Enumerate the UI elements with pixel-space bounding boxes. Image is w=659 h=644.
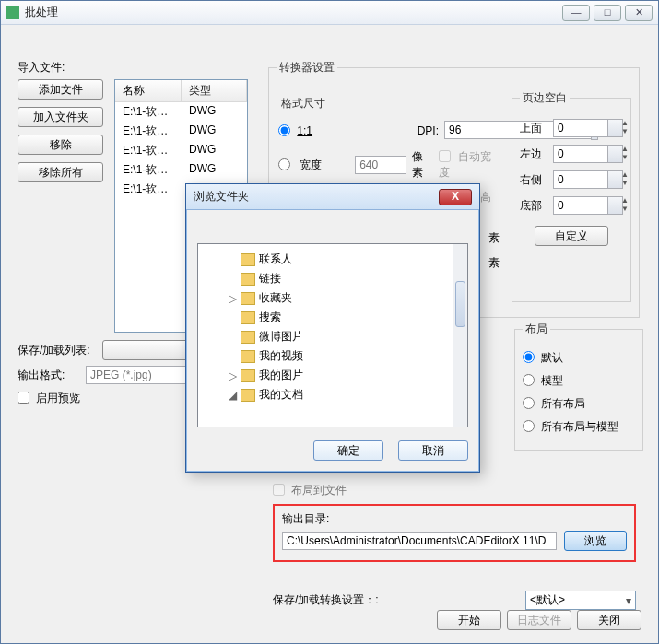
margin-top-input[interactable] xyxy=(553,119,608,137)
folder-icon xyxy=(241,369,255,382)
converter-title: 转换器设置 xyxy=(277,60,337,76)
format-size-label: 格式尺寸 xyxy=(278,96,500,111)
spinner-icon[interactable]: ▲▼ xyxy=(608,170,623,189)
margin-right-label: 右侧 xyxy=(520,172,553,188)
expand-icon[interactable]: ◢ xyxy=(228,389,237,402)
output-dir-label: 输出目录: xyxy=(282,511,627,527)
margin-top-label: 上面 xyxy=(520,121,553,136)
margin-left-input[interactable] xyxy=(553,145,608,163)
minimize-button[interactable]: — xyxy=(562,5,590,21)
scrollbar[interactable] xyxy=(453,244,467,427)
dialog-title: 浏览文件夹 xyxy=(194,189,439,205)
close-dialog-button[interactable]: 关闭 xyxy=(577,610,641,630)
cancel-button[interactable]: 取消 xyxy=(398,440,468,461)
auto-width-checkbox: 自动宽度 xyxy=(439,149,500,181)
remove-all-button[interactable]: 移除所有 xyxy=(18,162,103,182)
folder-icon xyxy=(241,273,255,286)
tree-label: 我的文档 xyxy=(259,387,303,403)
cell-name: E:\1-软文... xyxy=(115,102,182,122)
tree-item[interactable]: 联系人 xyxy=(202,250,464,269)
close-button[interactable]: ✕ xyxy=(625,5,653,21)
save-settings-combo[interactable]: <默认> ▾ xyxy=(525,591,636,610)
tree-label: 收藏夹 xyxy=(259,290,292,306)
tree-item[interactable]: 我的视频 xyxy=(202,346,464,366)
layout-to-file-checkbox[interactable]: 布局到文件 xyxy=(273,483,636,498)
cell-name: E:\1-软文... xyxy=(115,141,182,160)
layout-default-radio[interactable]: 默认 xyxy=(523,350,635,366)
tree-label: 链接 xyxy=(259,271,281,287)
table-row[interactable]: E:\1-软文...DWG xyxy=(115,141,247,160)
table-row[interactable]: E:\1-软文...DWG xyxy=(115,102,247,122)
cell-name: E:\1-软文... xyxy=(115,180,182,199)
folder-icon xyxy=(241,350,255,363)
tree-label: 我的图片 xyxy=(259,368,303,383)
start-button[interactable]: 开始 xyxy=(437,610,501,630)
browse-button[interactable]: 浏览 xyxy=(564,531,627,551)
tree-label: 我的视频 xyxy=(259,348,303,364)
cell-type: DWG xyxy=(182,141,247,160)
cell-type: DWG xyxy=(182,122,247,141)
cell-type: DWG xyxy=(182,160,247,180)
margin-left-label: 左边 xyxy=(520,146,553,162)
cell-name: E:\1-软文... xyxy=(115,122,182,141)
enable-preview-checkbox[interactable]: 启用预览 xyxy=(18,391,80,406)
tree-item[interactable]: ◢我的文档 xyxy=(202,385,464,404)
spinner-icon[interactable]: ▲▼ xyxy=(608,145,623,163)
maximize-button[interactable]: □ xyxy=(594,5,621,21)
margin-bottom-input[interactable] xyxy=(553,196,608,215)
add-folder-button[interactable]: 加入文件夹 xyxy=(18,107,103,127)
table-row[interactable]: E:\1-软文...DWG xyxy=(115,160,247,180)
margin-right-input[interactable] xyxy=(553,170,608,189)
import-label: 导入文件: xyxy=(18,60,248,76)
save-list-label: 保存/加载列表: xyxy=(18,343,102,358)
layout-allmodel-radio[interactable]: 所有布局与模型 xyxy=(523,419,635,435)
remove-button[interactable]: 移除 xyxy=(18,135,103,155)
spinner-icon[interactable]: ▲▼ xyxy=(608,196,623,215)
px-label: 像素 xyxy=(412,149,433,181)
folder-icon xyxy=(241,331,255,344)
dialog-close-button[interactable]: X xyxy=(439,189,472,205)
tree-label: 联系人 xyxy=(259,252,292,267)
out-format-label: 输出格式: xyxy=(18,368,86,383)
column-name[interactable]: 名称 xyxy=(115,80,182,101)
tree-item[interactable]: ▷我的图片 xyxy=(202,366,464,385)
folder-icon xyxy=(241,292,255,305)
size-custom-radio[interactable] xyxy=(278,158,290,170)
folder-icon xyxy=(241,311,255,324)
titlebar: 批处理 — □ ✕ xyxy=(1,1,658,25)
chevron-down-icon[interactable]: ▾ xyxy=(626,594,631,607)
layout-title: 布局 xyxy=(523,322,550,337)
expand-icon[interactable]: ▷ xyxy=(228,292,237,305)
spinner-icon[interactable]: ▲▼ xyxy=(608,119,623,137)
output-dir-highlight: 输出目录: 浏览 xyxy=(273,504,636,562)
add-file-button[interactable]: 添加文件 xyxy=(18,79,103,100)
custom-button[interactable]: 自定义 xyxy=(535,226,608,246)
save-settings-label: 保存/加载转换设置：: xyxy=(273,592,379,608)
ratio-1-1-radio[interactable]: 1:1 xyxy=(278,124,312,137)
margin-title: 页边空白 xyxy=(520,90,570,106)
tree-label: 搜索 xyxy=(259,310,281,325)
tree-item[interactable]: 搜索 xyxy=(202,308,464,327)
scroll-thumb[interactable] xyxy=(455,281,465,327)
tree-item[interactable]: 链接 xyxy=(202,269,464,288)
output-dir-input[interactable] xyxy=(282,532,557,550)
cell-type: DWG xyxy=(182,102,247,122)
table-row[interactable]: E:\1-软文...DWG xyxy=(115,122,247,141)
layout-all-radio[interactable]: 所有布局 xyxy=(523,396,635,412)
window-title: 批处理 xyxy=(25,5,562,20)
app-icon xyxy=(6,6,19,19)
tree-item[interactable]: 微博图片 xyxy=(202,327,464,346)
folder-icon xyxy=(241,253,255,266)
dpi-combo[interactable]: ▾ xyxy=(444,121,500,140)
width-label: 宽度 xyxy=(300,158,349,173)
folder-tree[interactable]: 联系人链接▷收藏夹搜索微博图片我的视频▷我的图片◢我的文档 xyxy=(197,243,468,427)
folder-icon xyxy=(241,389,255,402)
ok-button[interactable]: 确定 xyxy=(313,440,383,461)
expand-icon[interactable]: ▷ xyxy=(228,369,237,382)
browse-folder-dialog: 浏览文件夹 X 联系人链接▷收藏夹搜索微博图片我的视频▷我的图片◢我的文档 确定… xyxy=(185,183,480,473)
layout-model-radio[interactable]: 模型 xyxy=(523,373,635,389)
column-type[interactable]: 类型 xyxy=(182,80,247,101)
margin-bottom-label: 底部 xyxy=(520,198,553,214)
dialog-titlebar[interactable]: 浏览文件夹 X xyxy=(186,184,479,210)
tree-item[interactable]: ▷收藏夹 xyxy=(202,288,464,308)
